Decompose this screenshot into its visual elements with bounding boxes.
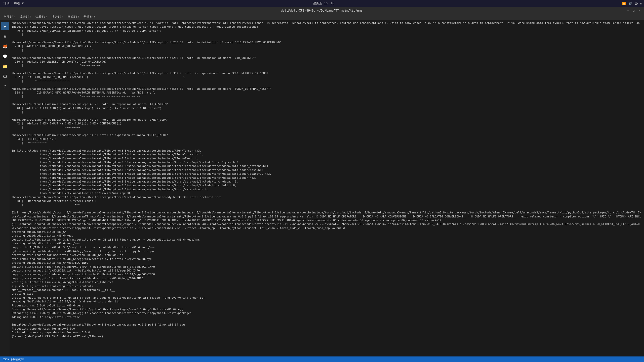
menu-search[interactable]: 搜索(S) [50,14,65,20]
menu-view[interactable]: 查看(V) [33,14,49,20]
sidebar-icon-photos[interactable]: 🖼 [1,72,9,80]
status-left: CSDN @我宿疏廊 [3,357,24,361]
wifi-icon[interactable]: 📶 [622,2,626,5]
window-title: dell@dell-XPS-8940: ~/DL/LaneATT-main/li… [18,9,626,12]
menu-edit[interactable]: 编辑(E) [18,14,33,20]
terminal-window: dell@dell-XPS-8940: ~/DL/LaneATT-main/li… [0,7,644,362]
app-container: ▶ ◉ 🦊 💬 📁 🖼 ? /home/dell/anaconda3/envs/… [0,20,644,356]
sidebar-icon-messages[interactable]: 💬 [1,52,9,60]
terminal-output[interactable]: /home/dell/anaconda3/envs/laneatt/lib/py… [10,20,644,356]
status-bar: CSDN @我宿疏廊 [0,356,644,362]
sidebar-icon-chrome[interactable]: ◉ [1,32,9,40]
menu-file[interactable]: 文件(F) [2,14,17,20]
activities-button[interactable]: 活动 [2,1,11,6]
taskbar-left: 活动 终端 ▼ [2,1,25,6]
sidebar: ▶ ◉ 🦊 💬 📁 🖼 ? [0,20,10,356]
sidebar-icon-terminal[interactable]: ▶ [1,22,9,30]
minimize-button[interactable]: — [626,8,630,13]
power-icon[interactable]: ⏻ [635,2,638,5]
menu-bar: 文件(F) 编辑(E) 查看(V) 搜索(S) 终端(T) 帮助(H) [0,14,644,20]
taskbar-right: 📶 🔊 ⏻ ⚙ [622,2,642,5]
taskbar-clock: 星期五 10：16 [313,1,334,6]
sidebar-icon-help[interactable]: ? [1,82,9,90]
terminal-menu[interactable]: 终端 ▼ [13,1,25,6]
maximize-button[interactable]: □ [631,8,636,13]
volume-icon[interactable]: 🔊 [628,2,632,5]
system-taskbar: 活动 终端 ▼ 星期五 10：16 📶 🔊 ⏻ ⚙ [0,0,644,7]
menu-help[interactable]: 帮助(H) [82,14,97,20]
title-bar: dell@dell-XPS-8940: ~/DL/LaneATT-main/li… [0,7,644,14]
window-controls: — □ ✕ [626,8,641,13]
settings-icon[interactable]: ⚙ [640,2,642,5]
sidebar-icon-files[interactable]: 📁 [1,62,9,70]
sidebar-icon-firefox[interactable]: 🦊 [1,42,9,50]
menu-terminal[interactable]: 终端(T) [66,14,81,20]
close-button[interactable]: ✕ [637,8,641,13]
